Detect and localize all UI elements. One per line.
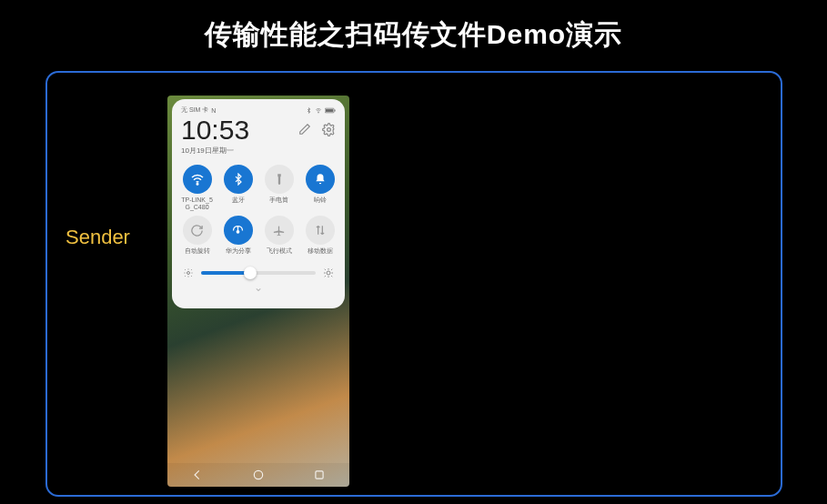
tile-label: 响铃 <box>314 197 327 204</box>
brightness-slider[interactable] <box>179 267 338 278</box>
notification-panel: 无 SIM 卡 N 10:53 10月19日星期一 <box>172 99 345 308</box>
tile-label: 飞行模式 <box>267 247 292 255</box>
svg-point-0 <box>318 112 319 113</box>
svg-point-7 <box>187 272 190 275</box>
time-display: 10:53 <box>181 116 249 144</box>
settings-icon[interactable] <box>321 122 336 136</box>
panel-header: 10:53 10月19日星期一 <box>179 116 338 156</box>
tile-label: 蓝牙 <box>232 197 245 204</box>
brightness-low-icon <box>183 267 194 278</box>
quick-settings-grid: TP-LINK_5G_C480蓝牙手电筒响铃自动旋转华为分享飞行模式移动数据 <box>179 165 338 255</box>
svg-point-6 <box>237 230 239 233</box>
demo-frame <box>45 71 782 497</box>
svg-point-9 <box>254 470 262 479</box>
quick-tile-data[interactable]: 移动数据 <box>302 216 338 255</box>
svg-point-8 <box>327 271 330 275</box>
wifi-icon[interactable] <box>183 165 212 194</box>
brightness-high-icon <box>323 267 334 278</box>
bluetooth-status-icon <box>306 107 312 114</box>
date-display: 10月19日星期一 <box>181 146 249 156</box>
tile-label: 自动旋转 <box>185 247 210 255</box>
sim-status: 无 SIM 卡 <box>181 106 208 115</box>
brightness-fill <box>201 271 250 275</box>
home-button[interactable] <box>240 469 277 481</box>
bluetooth-icon[interactable] <box>224 165 253 194</box>
brightness-track[interactable] <box>201 271 316 275</box>
sender-label: Sender <box>66 226 130 249</box>
bell-icon[interactable] <box>306 165 335 194</box>
svg-rect-2 <box>326 109 333 112</box>
wifi-status-icon <box>315 107 322 114</box>
svg-point-5 <box>197 184 198 186</box>
quick-tile-share[interactable]: 华为分享 <box>220 216 256 255</box>
data-icon[interactable] <box>306 216 335 245</box>
quick-tile-bluetooth[interactable]: 蓝牙 <box>220 165 256 210</box>
slide-title: 传输性能之扫码传文件Demo演示 <box>0 0 827 54</box>
rotate-icon[interactable] <box>183 216 212 245</box>
recents-button[interactable] <box>301 469 338 481</box>
svg-rect-10 <box>316 471 323 479</box>
expand-chevron-icon[interactable]: ⌄ <box>179 282 338 293</box>
quick-tile-wifi[interactable]: TP-LINK_5G_C480 <box>179 165 215 210</box>
flashlight-icon[interactable] <box>265 165 294 194</box>
svg-point-4 <box>327 127 330 131</box>
tile-label: 手电筒 <box>269 197 288 204</box>
quick-tile-airplane[interactable]: 飞行模式 <box>261 216 297 255</box>
quick-tile-rotate[interactable]: 自动旋转 <box>179 216 215 255</box>
airplane-icon[interactable] <box>265 216 294 245</box>
tile-label: 移动数据 <box>308 247 333 255</box>
android-nav-bar <box>167 463 349 487</box>
quick-tile-flashlight[interactable]: 手电筒 <box>261 165 297 210</box>
tile-label: TP-LINK_5G_C480 <box>179 197 215 210</box>
back-button[interactable] <box>179 469 216 481</box>
edit-icon[interactable] <box>298 122 312 136</box>
nfc-icon: N <box>211 107 216 114</box>
battery-status-icon <box>325 107 336 114</box>
svg-rect-3 <box>335 109 336 111</box>
phone-mock: 无 SIM 卡 N 10:53 10月19日星期一 <box>167 96 349 487</box>
brightness-thumb[interactable] <box>244 267 257 279</box>
quick-tile-bell[interactable]: 响铃 <box>302 165 338 210</box>
share-icon[interactable] <box>224 216 253 245</box>
tile-label: 华为分享 <box>226 247 251 255</box>
